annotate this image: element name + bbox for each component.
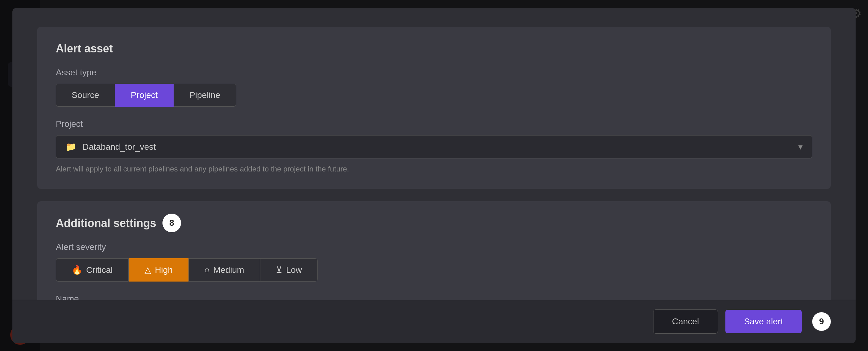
additional-settings-section: Additional settings 8 Alert severity 🔥 C…: [37, 201, 831, 300]
severity-label: Alert severity: [56, 242, 812, 252]
high-icon: △: [145, 265, 151, 275]
additional-settings-title: Additional settings: [56, 217, 156, 230]
project-dropdown-left: 📁 Databand_tor_vest: [65, 142, 156, 152]
project-helper-text: Alert will apply to all current pipeline…: [56, 165, 812, 173]
name-label: Name: [56, 294, 812, 300]
cancel-button[interactable]: Cancel: [653, 310, 718, 334]
critical-icon: 🔥: [72, 265, 83, 275]
save-alert-button[interactable]: Save alert: [725, 310, 802, 333]
low-icon: ⊻: [276, 265, 282, 275]
project-dropdown[interactable]: 📁 Databand_tor_vest ▾: [56, 135, 812, 158]
medium-label: Medium: [213, 265, 244, 275]
severity-btn-high[interactable]: △ High: [129, 258, 189, 282]
step-badge-8: 8: [162, 214, 181, 232]
modal-dialog: Alert asset Asset type Source Project Pi…: [12, 8, 856, 343]
low-label: Low: [286, 265, 302, 275]
alert-asset-section: Alert asset Asset type Source Project Pi…: [37, 27, 831, 189]
asset-btn-project[interactable]: Project: [115, 84, 174, 107]
high-label: High: [155, 265, 173, 275]
asset-type-group: Source Project Pipeline: [56, 84, 812, 107]
project-label: Project: [56, 119, 812, 129]
severity-group: 🔥 Critical △ High ○ Medium ⊻ Low: [56, 258, 812, 282]
modal-title: Alert asset: [56, 42, 812, 55]
medium-icon: ○: [204, 265, 210, 275]
asset-type-label: Asset type: [56, 67, 812, 78]
folder-icon: 📁: [65, 142, 76, 152]
project-value: Databand_tor_vest: [83, 142, 156, 152]
severity-btn-critical[interactable]: 🔥 Critical: [56, 258, 129, 282]
modal-footer: Cancel Save alert 9: [12, 300, 856, 343]
modal-body: Alert asset Asset type Source Project Pi…: [12, 8, 856, 300]
chevron-down-icon: ▾: [798, 142, 803, 152]
severity-btn-low[interactable]: ⊻ Low: [260, 258, 318, 282]
critical-label: Critical: [86, 265, 113, 275]
asset-btn-source[interactable]: Source: [56, 84, 115, 107]
severity-btn-medium[interactable]: ○ Medium: [188, 258, 260, 282]
asset-btn-pipeline[interactable]: Pipeline: [174, 84, 236, 107]
step-badge-9: 9: [812, 312, 831, 331]
